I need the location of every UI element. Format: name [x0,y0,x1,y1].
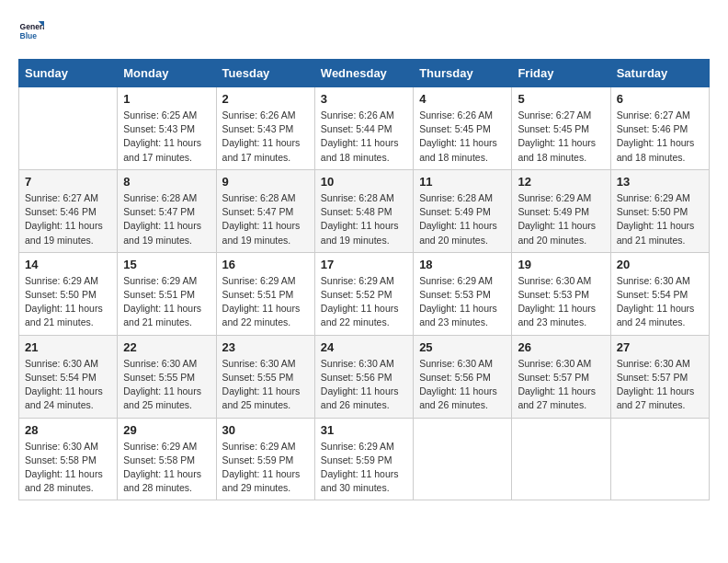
day-number: 19 [518,258,604,271]
day-info: Sunrise: 6:28 AMSunset: 5:49 PMDaylight:… [419,191,506,247]
calendar-cell: 17Sunrise: 6:29 AMSunset: 5:52 PMDayligh… [314,252,413,335]
day-number: 17 [321,258,407,271]
calendar-cell: 22Sunrise: 6:30 AMSunset: 5:55 PMDayligh… [118,335,216,418]
day-info: Sunrise: 6:30 AMSunset: 5:58 PMDaylight:… [25,440,111,496]
calendar-cell: 15Sunrise: 6:29 AMSunset: 5:51 PMDayligh… [118,252,216,335]
week-row-4: 28Sunrise: 6:30 AMSunset: 5:58 PMDayligh… [19,418,710,500]
day-number: 16 [222,258,309,271]
calendar-cell: 24Sunrise: 6:30 AMSunset: 5:56 PMDayligh… [314,335,413,418]
day-number: 11 [419,175,506,189]
calendar-cell: 8Sunrise: 6:28 AMSunset: 5:47 PMDaylight… [118,169,216,252]
calendar-cell: 21Sunrise: 6:30 AMSunset: 5:54 PMDayligh… [19,335,118,418]
calendar-cell: 29Sunrise: 6:29 AMSunset: 5:58 PMDayligh… [118,418,216,500]
day-number: 3 [321,92,407,106]
header-day-tuesday: Tuesday [216,60,314,87]
svg-text:Blue: Blue [20,31,38,40]
calendar-cell: 25Sunrise: 6:30 AMSunset: 5:56 PMDayligh… [414,335,512,418]
day-info: Sunrise: 6:27 AMSunset: 5:46 PMDaylight:… [617,109,703,165]
day-number: 10 [321,175,407,189]
day-info: Sunrise: 6:28 AMSunset: 5:47 PMDaylight:… [222,191,309,247]
day-number: 29 [123,423,210,437]
calendar-cell [610,418,709,500]
day-number: 5 [518,92,604,106]
calendar-cell: 3Sunrise: 6:26 AMSunset: 5:44 PMDaylight… [314,87,413,170]
day-info: Sunrise: 6:28 AMSunset: 5:48 PMDaylight:… [321,191,407,247]
day-number: 14 [25,258,111,271]
calendar-cell: 31Sunrise: 6:29 AMSunset: 5:59 PMDayligh… [314,418,413,500]
day-info: Sunrise: 6:30 AMSunset: 5:57 PMDaylight:… [617,357,703,413]
calendar-cell: 5Sunrise: 6:27 AMSunset: 5:45 PMDaylight… [512,87,610,170]
calendar-cell: 26Sunrise: 6:30 AMSunset: 5:57 PMDayligh… [512,335,610,418]
day-number: 27 [617,340,703,354]
day-number: 18 [419,258,506,271]
week-row-3: 21Sunrise: 6:30 AMSunset: 5:54 PMDayligh… [19,335,710,418]
day-info: Sunrise: 6:29 AMSunset: 5:50 PMDaylight:… [617,191,703,247]
header-day-sunday: Sunday [19,60,118,87]
header-day-friday: Friday [512,60,610,87]
logo-icon: General Blue [18,18,44,44]
calendar-cell: 30Sunrise: 6:29 AMSunset: 5:59 PMDayligh… [216,418,314,500]
day-number: 13 [617,175,703,189]
calendar-cell: 18Sunrise: 6:29 AMSunset: 5:53 PMDayligh… [414,252,512,335]
day-number: 26 [518,340,604,354]
day-info: Sunrise: 6:29 AMSunset: 5:59 PMDaylight:… [222,440,309,496]
calendar-cell [19,87,118,170]
calendar-cell: 23Sunrise: 6:30 AMSunset: 5:55 PMDayligh… [216,335,314,418]
day-number: 22 [123,340,210,354]
calendar-cell: 13Sunrise: 6:29 AMSunset: 5:50 PMDayligh… [610,169,709,252]
day-info: Sunrise: 6:27 AMSunset: 5:45 PMDaylight:… [518,109,604,165]
header-day-saturday: Saturday [610,60,709,87]
day-info: Sunrise: 6:29 AMSunset: 5:53 PMDaylight:… [419,274,506,330]
day-info: Sunrise: 6:29 AMSunset: 5:52 PMDaylight:… [321,274,407,330]
day-number: 20 [617,258,703,271]
calendar-cell: 7Sunrise: 6:27 AMSunset: 5:46 PMDaylight… [19,169,118,252]
day-number: 21 [25,340,111,354]
day-info: Sunrise: 6:30 AMSunset: 5:55 PMDaylight:… [222,357,309,413]
calendar-cell: 1Sunrise: 6:25 AMSunset: 5:43 PMDaylight… [118,87,216,170]
calendar-cell: 27Sunrise: 6:30 AMSunset: 5:57 PMDayligh… [610,335,709,418]
day-number: 25 [419,340,506,354]
day-number: 7 [25,175,111,189]
day-number: 31 [321,423,407,437]
calendar-cell: 19Sunrise: 6:30 AMSunset: 5:53 PMDayligh… [512,252,610,335]
day-info: Sunrise: 6:26 AMSunset: 5:44 PMDaylight:… [321,109,407,165]
calendar-cell: 16Sunrise: 6:29 AMSunset: 5:51 PMDayligh… [216,252,314,335]
day-number: 23 [222,340,309,354]
calendar-cell [512,418,610,500]
week-row-0: 1Sunrise: 6:25 AMSunset: 5:43 PMDaylight… [19,87,710,170]
header-day-monday: Monday [118,60,216,87]
calendar-cell: 12Sunrise: 6:29 AMSunset: 5:49 PMDayligh… [512,169,610,252]
header-day-wednesday: Wednesday [314,60,413,87]
header-day-thursday: Thursday [414,60,512,87]
day-info: Sunrise: 6:29 AMSunset: 5:58 PMDaylight:… [123,440,210,496]
calendar-cell: 14Sunrise: 6:29 AMSunset: 5:50 PMDayligh… [19,252,118,335]
day-info: Sunrise: 6:30 AMSunset: 5:53 PMDaylight:… [518,274,604,330]
calendar-cell: 11Sunrise: 6:28 AMSunset: 5:49 PMDayligh… [414,169,512,252]
day-info: Sunrise: 6:26 AMSunset: 5:43 PMDaylight:… [222,109,309,165]
day-number: 15 [123,258,210,271]
calendar-cell: 10Sunrise: 6:28 AMSunset: 5:48 PMDayligh… [314,169,413,252]
calendar-cell: 28Sunrise: 6:30 AMSunset: 5:58 PMDayligh… [19,418,118,500]
day-info: Sunrise: 6:27 AMSunset: 5:46 PMDaylight:… [25,191,111,247]
day-info: Sunrise: 6:26 AMSunset: 5:45 PMDaylight:… [419,109,506,165]
day-number: 1 [123,92,210,106]
day-number: 9 [222,175,309,189]
day-number: 28 [25,423,111,437]
day-number: 30 [222,423,309,437]
calendar-cell: 2Sunrise: 6:26 AMSunset: 5:43 PMDaylight… [216,87,314,170]
svg-text:General: General [20,22,44,31]
day-info: Sunrise: 6:30 AMSunset: 5:56 PMDaylight:… [419,357,506,413]
day-info: Sunrise: 6:29 AMSunset: 5:51 PMDaylight:… [222,274,309,330]
page-header: General Blue [18,18,710,44]
calendar-cell: 4Sunrise: 6:26 AMSunset: 5:45 PMDaylight… [414,87,512,170]
day-number: 12 [518,175,604,189]
day-info: Sunrise: 6:29 AMSunset: 5:59 PMDaylight:… [321,440,407,496]
day-number: 24 [321,340,407,354]
day-info: Sunrise: 6:29 AMSunset: 5:50 PMDaylight:… [25,274,111,330]
calendar-cell: 9Sunrise: 6:28 AMSunset: 5:47 PMDaylight… [216,169,314,252]
calendar-table: SundayMondayTuesdayWednesdayThursdayFrid… [18,59,710,500]
day-number: 4 [419,92,506,106]
day-info: Sunrise: 6:30 AMSunset: 5:54 PMDaylight:… [25,357,111,413]
week-row-2: 14Sunrise: 6:29 AMSunset: 5:50 PMDayligh… [19,252,710,335]
day-info: Sunrise: 6:30 AMSunset: 5:54 PMDaylight:… [617,274,703,330]
